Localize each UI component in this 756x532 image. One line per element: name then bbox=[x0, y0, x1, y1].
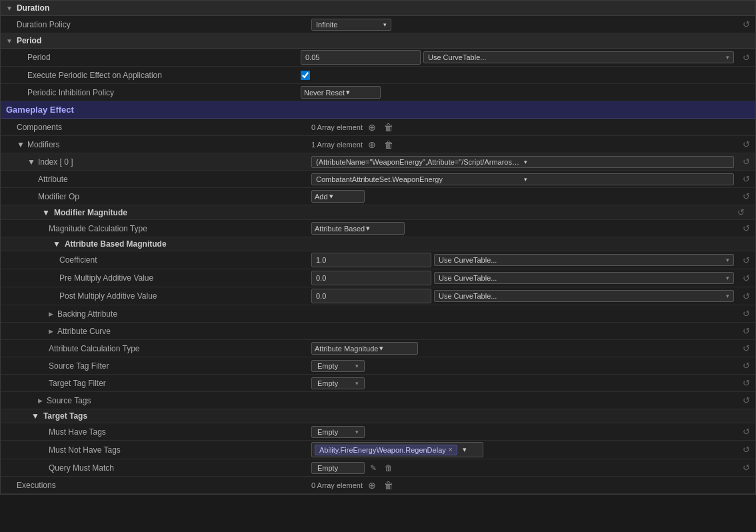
tag-chip-close[interactable]: × bbox=[449, 446, 453, 453]
period-label: Period bbox=[1, 53, 298, 62]
executions-delete-btn[interactable]: 🗑 bbox=[381, 479, 396, 492]
coefficient-curve-dropdown[interactable]: Use CurveTable... ▾ bbox=[434, 254, 734, 266]
attr-based-magnitude-header[interactable]: ▼ Attribute Based Magnitude bbox=[1, 237, 755, 251]
execute-periodic-checkbox[interactable] bbox=[301, 71, 310, 80]
attribute-dropdown[interactable]: CombatantAttributeSet.WeaponEnergy ▾ bbox=[311, 173, 734, 185]
duration-arrow: ▼ bbox=[6, 5, 13, 12]
attribute-calc-type-dropdown[interactable]: Attribute Magnitude ▾ bbox=[311, 342, 418, 355]
source-tags-row: ▶ Source Tags ↺ bbox=[1, 392, 755, 409]
query-must-match-label: Query Must Match bbox=[1, 463, 309, 473]
must-not-have-tags-label: Must Not Have Tags bbox=[1, 445, 309, 455]
pre-multiply-row: Pre Multiply Additive Value Use CurveTab… bbox=[1, 269, 755, 287]
modifiers-value: 1 Array element ⊕ 🗑 bbox=[309, 138, 737, 151]
modifiers-count: 1 Array element bbox=[311, 141, 363, 149]
query-must-match-dropdown[interactable]: Empty bbox=[311, 462, 365, 474]
executions-add-btn[interactable]: ⊕ bbox=[365, 479, 379, 492]
index-0-row: ▼ Index [ 0 ] (AttributeName="WeaponEner… bbox=[1, 153, 755, 171]
index-0-reset[interactable]: ↺ bbox=[737, 157, 755, 167]
period-row: Period Use CurveTable... ▾ ↺ bbox=[1, 49, 755, 67]
attribute-curve-reset[interactable]: ↺ bbox=[737, 326, 755, 336]
periodic-inhibition-value: Never Reset ▾ bbox=[298, 86, 737, 99]
tag-chip-regen-delay: Ability.FireEnergyWeapon.RegenDelay × bbox=[315, 445, 457, 455]
components-delete-btn[interactable]: 🗑 bbox=[381, 121, 396, 134]
source-tag-filter-value: Empty ▾ bbox=[309, 360, 737, 372]
attribute-row: Attribute CombatantAttributeSet.WeaponEn… bbox=[1, 171, 755, 188]
target-tag-filter-dropdown[interactable]: Empty ▾ bbox=[311, 377, 365, 389]
post-multiply-reset[interactable]: ↺ bbox=[737, 291, 755, 301]
index-0-arrow[interactable]: ▼ bbox=[27, 157, 35, 167]
pre-multiply-input[interactable] bbox=[311, 271, 431, 285]
must-not-have-tags-add-dropdown[interactable]: ▾ bbox=[460, 444, 480, 455]
source-tags-arrow[interactable]: ▶ bbox=[38, 397, 43, 404]
magnitude-calc-type-reset[interactable]: ↺ bbox=[737, 223, 755, 233]
modifier-op-dropdown[interactable]: Add ▾ bbox=[311, 190, 365, 203]
target-tags-header[interactable]: ▼ Target Tags bbox=[1, 409, 755, 423]
attribute-curve-arrow[interactable]: ▶ bbox=[49, 328, 53, 335]
target-tags-arrow[interactable]: ▼ bbox=[31, 411, 39, 421]
duration-title: Duration bbox=[17, 3, 49, 13]
components-label: Components bbox=[1, 123, 309, 132]
duration-policy-row: Duration Policy Infinite ▾ ↺ bbox=[1, 16, 755, 33]
magnitude-calc-type-value: Attribute Based ▾ bbox=[309, 222, 737, 235]
modifier-magnitude-reset[interactable]: ↺ bbox=[731, 207, 750, 217]
duration-policy-reset[interactable]: ↺ bbox=[737, 19, 755, 29]
post-multiply-input[interactable] bbox=[311, 289, 431, 303]
duration-section-header[interactable]: ▼ Duration bbox=[1, 1, 755, 16]
period-section-header[interactable]: ▼ Period bbox=[1, 33, 755, 49]
pre-multiply-reset[interactable]: ↺ bbox=[737, 273, 755, 283]
query-must-match-edit-btn[interactable]: ✎ bbox=[367, 462, 379, 474]
modifier-op-row: Modifier Op Add ▾ ↺ bbox=[1, 188, 755, 205]
modifiers-arrow[interactable]: ▼ bbox=[17, 140, 25, 149]
modifiers-delete-btn[interactable]: 🗑 bbox=[381, 138, 396, 151]
attr-based-magnitude-title: Attribute Based Magnitude bbox=[65, 239, 167, 249]
index-0-label: ▼ Index [ 0 ] bbox=[1, 157, 309, 167]
coefficient-input[interactable] bbox=[311, 253, 431, 267]
period-input[interactable] bbox=[301, 50, 421, 65]
components-add-btn[interactable]: ⊕ bbox=[365, 121, 379, 134]
source-tags-reset[interactable]: ↺ bbox=[737, 395, 755, 405]
coefficient-value: Use CurveTable... ▾ bbox=[309, 253, 737, 267]
attribute-calc-type-reset[interactable]: ↺ bbox=[737, 343, 755, 353]
pre-multiply-label: Pre Multiply Additive Value bbox=[1, 273, 309, 283]
gameplay-effect-section-header[interactable]: Gameplay Effect bbox=[1, 101, 755, 119]
target-tag-filter-row: Target Tag Filter Empty ▾ ↺ bbox=[1, 375, 755, 392]
query-must-match-reset[interactable]: ↺ bbox=[737, 463, 755, 473]
source-tag-filter-reset[interactable]: ↺ bbox=[737, 361, 755, 371]
attribute-curve-row: ▶ Attribute Curve ↺ bbox=[1, 323, 755, 340]
modifier-magnitude-arrow[interactable]: ▼ bbox=[42, 208, 50, 217]
coefficient-reset[interactable]: ↺ bbox=[737, 255, 755, 265]
magnitude-calc-type-row: Magnitude Calculation Type Attribute Bas… bbox=[1, 220, 755, 237]
must-not-have-tags-value: Ability.FireEnergyWeapon.RegenDelay × ▾ bbox=[309, 442, 737, 457]
modifier-magnitude-header[interactable]: ▼ Modifier Magnitude ↺ bbox=[1, 205, 755, 220]
index-0-dropdown[interactable]: (AttributeName="WeaponEnergy",Attribute=… bbox=[311, 156, 734, 168]
pre-multiply-curve-dropdown[interactable]: Use CurveTable... ▾ bbox=[434, 272, 734, 284]
modifiers-add-btn[interactable]: ⊕ bbox=[365, 138, 379, 151]
must-have-tags-dropdown[interactable]: Empty ▾ bbox=[311, 426, 365, 438]
attr-based-magnitude-arrow[interactable]: ▼ bbox=[53, 239, 61, 249]
periodic-inhibition-dropdown[interactable]: Never Reset ▾ bbox=[301, 86, 381, 99]
modifiers-label: ▼ Modifiers bbox=[1, 140, 309, 149]
must-have-tags-row: Must Have Tags Empty ▾ ↺ bbox=[1, 423, 755, 441]
tag-chip-text: Ability.FireEnergyWeapon.RegenDelay bbox=[319, 446, 446, 454]
query-must-match-delete-btn[interactable]: 🗑 bbox=[382, 462, 395, 474]
duration-policy-dropdown[interactable]: Infinite ▾ bbox=[311, 19, 391, 31]
modifiers-reset[interactable]: ↺ bbox=[737, 139, 755, 149]
magnitude-calc-type-dropdown[interactable]: Attribute Based ▾ bbox=[311, 222, 405, 235]
period-curve-dropdown[interactable]: Use CurveTable... ▾ bbox=[423, 51, 734, 63]
period-reset[interactable]: ↺ bbox=[737, 53, 755, 63]
attribute-reset[interactable]: ↺ bbox=[737, 174, 755, 184]
modifier-op-reset[interactable]: ↺ bbox=[737, 191, 755, 201]
must-have-tags-reset[interactable]: ↺ bbox=[737, 427, 755, 437]
post-multiply-curve-dropdown[interactable]: Use CurveTable... ▾ bbox=[434, 290, 734, 302]
source-tag-filter-dropdown[interactable]: Empty ▾ bbox=[311, 360, 365, 372]
target-tag-filter-reset[interactable]: ↺ bbox=[737, 378, 755, 388]
backing-attribute-arrow[interactable]: ▶ bbox=[49, 311, 53, 317]
post-multiply-value: Use CurveTable... ▾ bbox=[309, 289, 737, 303]
must-not-have-tags-reset[interactable]: ↺ bbox=[737, 445, 755, 455]
components-count: 0 Array element bbox=[311, 123, 363, 131]
execute-periodic-label: Execute Periodic Effect on Application bbox=[1, 71, 298, 80]
backing-attribute-reset[interactable]: ↺ bbox=[737, 309, 755, 319]
post-multiply-row: Post Multiply Additive Value Use CurveTa… bbox=[1, 287, 755, 305]
must-not-have-tags-container[interactable]: Ability.FireEnergyWeapon.RegenDelay × ▾ bbox=[311, 442, 483, 457]
attribute-calc-type-row: Attribute Calculation Type Attribute Mag… bbox=[1, 340, 755, 357]
